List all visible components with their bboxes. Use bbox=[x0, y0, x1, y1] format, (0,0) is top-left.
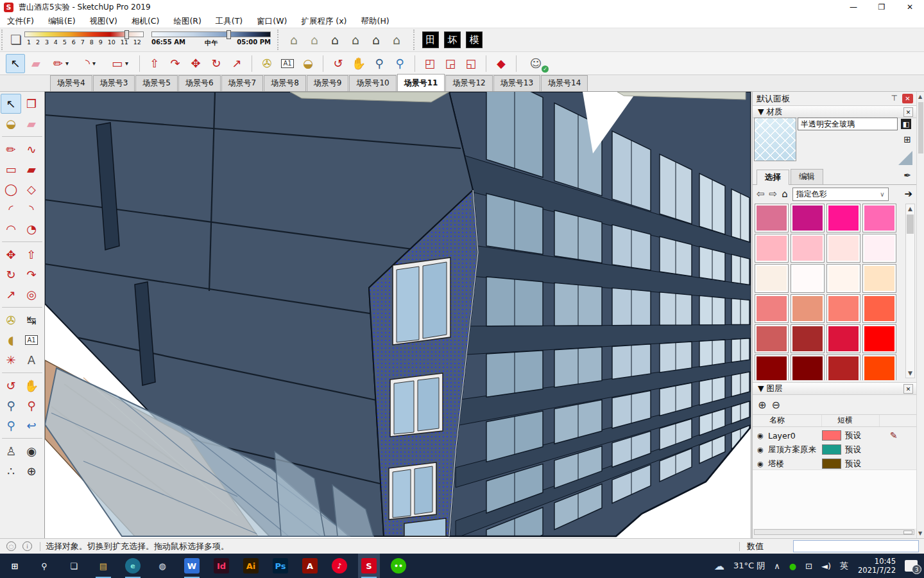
layer-dash-style[interactable]: 预设 bbox=[845, 459, 884, 469]
select-tool-button[interactable]: ↖ bbox=[6, 54, 25, 73]
corner-window[interactable] bbox=[393, 258, 450, 345]
turn-tool[interactable]: ⊕ bbox=[21, 461, 42, 481]
eraser-tool-button[interactable]: ▰ bbox=[26, 54, 46, 73]
layer-row[interactable]: ◉ Layer0 预设 ✎ bbox=[753, 428, 917, 442]
tray-scroll-thumb[interactable] bbox=[918, 102, 923, 153]
color-swatch[interactable] bbox=[826, 204, 860, 232]
account-avatar-button[interactable]: ☺ bbox=[522, 54, 550, 73]
scene-tab[interactable]: 场景号5 bbox=[135, 75, 178, 91]
rotated-rectangle-tool[interactable]: ▰ bbox=[21, 159, 42, 179]
taskbar-task-view-button[interactable]: ❏ bbox=[63, 554, 85, 578]
protractor-tool[interactable]: ◖ bbox=[1, 330, 21, 350]
color-swatch[interactable] bbox=[791, 204, 825, 232]
orbit-tool[interactable]: ↺ bbox=[1, 376, 21, 396]
viewport-3d-model[interactable] bbox=[45, 92, 751, 538]
tray-scroll-up-icon[interactable]: ▲ bbox=[918, 94, 922, 100]
color-swatch[interactable] bbox=[826, 264, 860, 293]
three-point-arc-tool[interactable]: ◠ bbox=[1, 219, 21, 239]
push-pull-tool[interactable]: ⇧ bbox=[21, 245, 42, 265]
layer-dash-style[interactable]: 预设 bbox=[845, 430, 884, 441]
circle-tool[interactable]: ◯ bbox=[1, 179, 21, 199]
scroll-down-icon[interactable]: ▼ bbox=[908, 370, 912, 376]
look-around-tool[interactable]: ◉ bbox=[21, 441, 42, 461]
color-set-dropdown[interactable]: 指定色彩 ∨ bbox=[792, 188, 889, 201]
tape-measure-tool-button[interactable]: ✇ bbox=[257, 54, 277, 73]
scale-tool-button[interactable]: ↗ bbox=[227, 54, 246, 73]
shadow-time-handle[interactable] bbox=[227, 30, 231, 39]
weather-text[interactable]: 31°C 阴 bbox=[733, 560, 765, 572]
forward-arrow-icon[interactable]: ⇨ bbox=[769, 188, 778, 200]
zoom-tool[interactable]: ⚲ bbox=[1, 396, 21, 416]
color-swatch[interactable] bbox=[862, 294, 896, 323]
taskbar-app-chrome[interactable]: ◍ bbox=[151, 554, 173, 578]
color-swatch[interactable] bbox=[755, 294, 789, 323]
menu-item[interactable]: 绘图(R) bbox=[166, 14, 208, 28]
color-swatch[interactable] bbox=[755, 234, 789, 263]
color-swatch[interactable] bbox=[755, 204, 789, 232]
color-swatch[interactable] bbox=[826, 234, 860, 263]
taskbar-app-indesign[interactable]: Id bbox=[210, 554, 232, 578]
shadow-date-slider[interactable]: 123456789101112 bbox=[24, 30, 144, 49]
scene-tab[interactable]: 场景号14 bbox=[541, 75, 588, 91]
building-right-facade[interactable] bbox=[449, 92, 751, 538]
layer-row[interactable]: ◉ 塔楼 预设 ✎ bbox=[753, 457, 917, 471]
scene-tab[interactable]: 场景号12 bbox=[445, 75, 492, 91]
walk-tool[interactable]: ∴ bbox=[1, 461, 21, 481]
layer-name[interactable]: 屋顶方案原来 bbox=[768, 444, 822, 455]
close-button[interactable]: ✕ bbox=[896, 0, 924, 14]
measurements-input[interactable] bbox=[793, 540, 919, 552]
plugin-button-huai[interactable]: 坏 bbox=[444, 31, 461, 48]
polygon-tool[interactable]: ◇ bbox=[21, 179, 42, 199]
line-tool-button[interactable]: ✏ bbox=[47, 54, 75, 73]
scene-tab[interactable]: 场景号13 bbox=[493, 75, 540, 91]
shadow-date-handle[interactable] bbox=[124, 30, 129, 39]
select-tool[interactable]: ↖ bbox=[1, 94, 21, 114]
arc-tool[interactable]: ◜ bbox=[1, 199, 21, 219]
materials-tab[interactable]: 编辑 bbox=[791, 169, 823, 184]
layers-col-dash[interactable]: 短横 bbox=[822, 415, 880, 426]
layer-row[interactable]: ◉ 屋顶方案原来 预设 ✎ bbox=[753, 442, 917, 457]
layers-col-name[interactable]: 名称 bbox=[753, 415, 822, 426]
color-swatch[interactable] bbox=[826, 294, 860, 323]
material-preview-thumbnail[interactable] bbox=[754, 118, 796, 161]
wechat-tray-icon[interactable]: ● bbox=[789, 561, 796, 571]
network-display-icon[interactable]: ⊡ bbox=[805, 561, 812, 571]
view-back-button[interactable]: ⌂ bbox=[366, 30, 386, 49]
color-swatch[interactable] bbox=[862, 324, 896, 353]
scroll-up-icon[interactable]: ▲ bbox=[908, 206, 912, 212]
taskbar-app-explorer[interactable]: ▤ bbox=[92, 554, 114, 578]
color-swatch[interactable] bbox=[791, 324, 825, 353]
eraser-tool[interactable]: ▰ bbox=[21, 114, 42, 134]
view-right-button[interactable]: ⌂ bbox=[346, 30, 365, 49]
notification-center-icon[interactable]: 3 bbox=[905, 560, 918, 572]
layer-name[interactable]: 塔楼 bbox=[768, 459, 822, 469]
pan-tool[interactable]: ✋ bbox=[21, 376, 42, 396]
text-tool-button[interactable]: A1 bbox=[278, 54, 297, 73]
zoom-tool-button[interactable]: ⚲ bbox=[370, 54, 389, 73]
eyedropper-icon[interactable]: ✒ bbox=[903, 170, 911, 180]
menu-item[interactable]: 视图(V) bbox=[83, 14, 124, 28]
taskbar-app-sketchup[interactable]: S bbox=[358, 554, 380, 578]
material-name-input[interactable] bbox=[798, 118, 898, 130]
scene-tab[interactable]: 场景号7 bbox=[221, 75, 264, 91]
color-swatch[interactable] bbox=[862, 204, 896, 232]
scene-tab[interactable]: 场景号8 bbox=[264, 75, 306, 91]
input-language-indicator[interactable]: 英 bbox=[840, 560, 848, 572]
move-tool[interactable]: ✥ bbox=[1, 245, 21, 265]
view-top-button[interactable]: ⌂ bbox=[305, 30, 324, 49]
freehand-tool[interactable]: ∿ bbox=[21, 139, 42, 159]
scene-tab[interactable]: 场景号10 bbox=[349, 75, 396, 91]
geolocation-icon[interactable]: ◌ bbox=[6, 541, 16, 551]
menu-item[interactable]: 文件(F) bbox=[0, 14, 41, 28]
shadow-time-gradient[interactable] bbox=[151, 31, 271, 37]
zoom-extents-tool[interactable]: ⚲ bbox=[1, 416, 21, 435]
share-model-button[interactable]: ◲ bbox=[441, 54, 460, 73]
paint-bucket-tool-button[interactable]: ◒ bbox=[298, 54, 318, 73]
make-component-tool[interactable]: ❐ bbox=[21, 94, 42, 114]
orbit-tool-button[interactable]: ↺ bbox=[329, 54, 348, 73]
color-swatch[interactable] bbox=[862, 234, 896, 263]
plugin-button-mo[interactable]: 模 bbox=[466, 31, 483, 48]
corner-window[interactable] bbox=[390, 373, 443, 437]
layer-visible-icon[interactable]: ◉ bbox=[753, 432, 768, 440]
color-swatch[interactable] bbox=[862, 355, 896, 380]
